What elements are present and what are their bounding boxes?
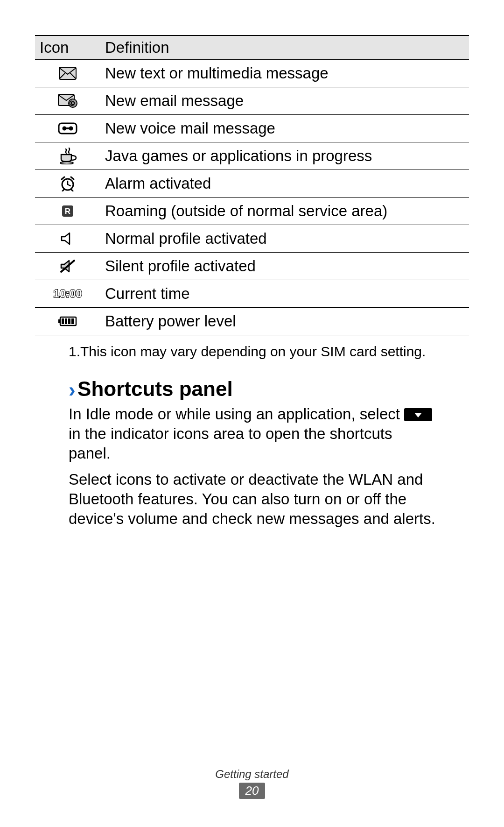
definition-text: Normal profile activated (100, 225, 469, 253)
table-row: Alarm activated (35, 170, 469, 198)
clock-time-text: 10:00 (53, 288, 82, 300)
svg-rect-16 (65, 318, 67, 324)
svg-rect-14 (58, 319, 60, 323)
definition-text: Java games or applications in progress (100, 142, 469, 170)
svg-rect-0 (59, 67, 76, 79)
manual-page: Icon Definition New text or multimedia m… (0, 0, 504, 827)
definition-text: Roaming (outside of normal service area) (100, 198, 469, 225)
definition-text: Alarm activated (100, 170, 469, 198)
page-number-badge: 20 (239, 783, 266, 799)
alarm-icon (35, 170, 100, 198)
col-header-definition: Definition (100, 35, 469, 60)
col-header-icon: Icon (35, 35, 100, 60)
clock-icon: 10:00 (35, 280, 100, 308)
roaming-icon: R (35, 198, 100, 225)
table-row: 10:00 Current time (35, 280, 469, 308)
section-heading: › Shortcuts panel (69, 377, 469, 402)
definition-text: New text or multimedia message (100, 60, 469, 87)
table-row: New voice mail message (35, 115, 469, 142)
chevron-right-icon: › (69, 378, 76, 401)
table-row: New text or multimedia message (35, 60, 469, 87)
svg-rect-7 (64, 127, 71, 129)
para1-part-a: In Idle mode or while using an applicati… (69, 405, 404, 423)
paragraph-1: In Idle mode or while using an applicati… (69, 404, 435, 463)
message-icon (35, 60, 100, 87)
table-row: R Roaming (outside of normal service are… (35, 198, 469, 225)
silent-icon (35, 253, 100, 280)
table-header-row: Icon Definition (35, 35, 469, 60)
sound-icon (35, 225, 100, 253)
table-row: Normal profile activated (35, 225, 469, 253)
table-row: Java games or applications in progress (35, 142, 469, 170)
page-footer: Getting started 20 (0, 768, 504, 799)
table-row: New email message (35, 87, 469, 115)
svg-rect-18 (71, 318, 74, 324)
java-icon (35, 142, 100, 170)
svg-rect-17 (68, 318, 70, 324)
definition-text: Battery power level (100, 308, 469, 335)
email-icon (35, 87, 100, 115)
section-title-text: Shortcuts panel (77, 377, 233, 400)
definition-text: Current time (100, 280, 469, 308)
table-row: Battery power level (35, 308, 469, 335)
definition-text: Silent profile activated (100, 253, 469, 280)
svg-point-8 (60, 162, 73, 164)
table-row: Silent profile activated (35, 253, 469, 280)
paragraph-2: Select icons to activate or deactivate t… (69, 470, 435, 529)
svg-text:R: R (65, 207, 70, 216)
definition-text: New email message (100, 87, 469, 115)
battery-icon (35, 308, 100, 335)
voicemail-icon (35, 115, 100, 142)
footer-section-label: Getting started (0, 768, 504, 781)
para1-part-b: in the indicator icons area to open the … (69, 425, 392, 462)
svg-rect-15 (62, 318, 64, 324)
definition-text: New voice mail message (100, 115, 469, 142)
icon-definition-table: Icon Definition New text or multimedia m… (35, 35, 469, 335)
footnote-text: 1.This icon may vary depending on your S… (69, 344, 469, 360)
dropdown-arrow-icon (404, 408, 432, 421)
